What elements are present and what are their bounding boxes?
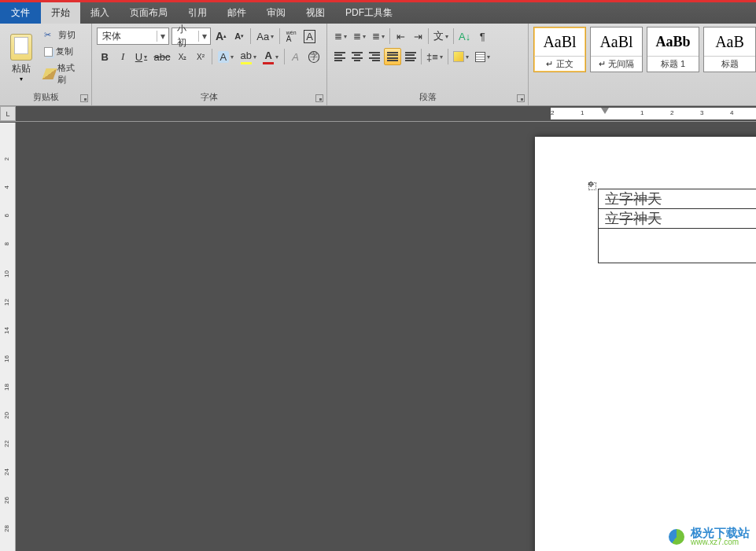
align-right-button[interactable] [367, 48, 382, 65]
font-size-combo[interactable]: 小初 ▾ [171, 28, 211, 45]
style-card-2[interactable]: AaBb 标题 1 [647, 27, 699, 72]
ruler-tick: 4 [730, 109, 733, 116]
italic-button[interactable]: I [115, 48, 131, 65]
clipboard-group-label: 剪贴板 [5, 90, 87, 105]
copy-icon [44, 47, 53, 57]
borders-icon [475, 52, 485, 62]
sort-button[interactable]: A↓ [456, 28, 473, 45]
style-preview: AaBb [647, 28, 699, 56]
clear-format-button[interactable]: A [288, 48, 304, 65]
table-move-handle[interactable] [588, 182, 596, 190]
table-cell[interactable] [599, 229, 757, 263]
line-spacing-button[interactable]: ‡≡▾ [424, 48, 445, 65]
table-row[interactable]: 立字神天 [599, 189, 757, 209]
styles-gallery[interactable]: AaBl ↵ 正文 AaBl ↵ 无间隔 AaBb 标题 1 AaB 标题 [533, 26, 756, 101]
style-name: ↵ 无间隔 [591, 56, 642, 72]
align-distributed-button[interactable] [403, 48, 419, 65]
style-preview: AaBl [534, 28, 585, 56]
subscript-button[interactable]: X₂ [175, 48, 190, 65]
format-painter-button[interactable]: 格式刷 [41, 61, 87, 87]
page[interactable]: 立字神天 立字神天 [535, 137, 756, 551]
multilevel-list-button[interactable]: ≣▾ [370, 28, 387, 45]
table-cell[interactable]: 立字神天 [599, 209, 757, 229]
sort-icon: A↓ [459, 31, 470, 42]
paragraph-dialog-launcher[interactable] [517, 94, 525, 102]
group-clipboard: 粘贴 ▾ ✂ 剪切 复制 格式刷 剪贴板 [0, 24, 92, 105]
number-list-button[interactable]: ≣▾ [351, 28, 368, 45]
style-card-3[interactable]: AaB 标题 [703, 27, 756, 72]
font-color-button[interactable]: A▾ [261, 48, 281, 65]
char-border-button[interactable]: A [301, 28, 318, 45]
numbering-icon: ≣ [353, 31, 361, 41]
chevron-down-icon: ▾ [20, 75, 23, 83]
style-name: 标题 [704, 56, 755, 72]
table-cell[interactable]: 立字神天 [599, 189, 757, 209]
show-marks-button[interactable]: ¶ [474, 28, 490, 45]
style-card-0[interactable]: AaBl ↵ 正文 [533, 27, 586, 72]
shrink-font-button[interactable]: A▾ [231, 28, 247, 45]
grow-font-button[interactable]: A▴ [213, 28, 229, 45]
ruler-tick: 4 [3, 186, 10, 189]
clipboard-dialog-launcher[interactable] [80, 94, 88, 102]
outdent-icon: ⇤ [396, 31, 405, 42]
cut-button[interactable]: ✂ 剪切 [41, 28, 87, 42]
bullet-list-button[interactable]: ≣▾ [332, 28, 349, 45]
strikethrough-button[interactable]: abc [152, 48, 172, 65]
char-shading-button[interactable]: A▾ [216, 48, 236, 65]
vertical-ruler[interactable]: 24681012141618202224262830 [0, 123, 16, 551]
enclose-char-button[interactable]: 字 [306, 48, 322, 65]
table-row[interactable] [599, 229, 757, 263]
brush-icon [42, 68, 57, 79]
bold-button[interactable]: B [97, 48, 112, 65]
tab-references[interactable]: 引用 [178, 2, 217, 24]
text-direction-button[interactable]: 文▾ [431, 28, 451, 45]
document-canvas[interactable]: 立字神天 立字神天 [16, 123, 756, 551]
separator [284, 49, 285, 64]
menu-bar: 文件 开始 插入 页面布局 引用 邮件 审阅 视图 PDF工具集 [0, 2, 756, 24]
bullets-icon: ≣ [334, 31, 342, 41]
separator [428, 28, 429, 44]
ruler-tick: 10 [3, 270, 10, 277]
tab-page-layout[interactable]: 页面布局 [120, 2, 178, 24]
tab-pdf-tools[interactable]: PDF工具集 [335, 2, 403, 24]
tab-insert[interactable]: 插入 [80, 2, 120, 24]
separator [250, 28, 251, 44]
indent-marker[interactable] [601, 108, 609, 114]
chevron-down-icon[interactable]: ▾ [157, 31, 168, 42]
tab-mail[interactable]: 邮件 [217, 2, 256, 24]
ruler-tick: 24 [3, 468, 10, 476]
tab-view[interactable]: 视图 [296, 2, 335, 24]
align-justify-button[interactable] [384, 48, 401, 65]
align-center-button[interactable] [349, 48, 365, 65]
font-name-combo[interactable]: 宋体 ▾ [97, 28, 169, 45]
tab-file[interactable]: 文件 [0, 2, 41, 24]
horizontal-ruler[interactable]: 2112345 [16, 106, 756, 121]
align-left-button[interactable] [332, 48, 348, 65]
highlight-button[interactable]: ab▾ [238, 48, 259, 65]
shading-button[interactable]: ▾ [451, 48, 471, 65]
borders-button[interactable]: ▾ [473, 48, 492, 65]
increase-indent-button[interactable]: ⇥ [410, 28, 426, 45]
font-dialog-launcher[interactable] [315, 94, 323, 102]
superscript-button[interactable]: X² [193, 48, 208, 65]
change-case-button[interactable]: Aa▾ [254, 28, 276, 45]
paste-button[interactable]: 粘贴 ▾ [5, 26, 38, 90]
underline-button[interactable]: U▾ [133, 48, 149, 65]
align-distributed-icon [405, 52, 416, 61]
indent-icon: ⇥ [414, 31, 422, 42]
line-spacing-icon: ‡≡ [426, 51, 438, 63]
chevron-down-icon[interactable]: ▾ [198, 31, 210, 42]
phonetic-guide-button[interactable]: wénA [283, 28, 299, 45]
style-card-1[interactable]: AaBl ↵ 无间隔 [590, 27, 643, 72]
tab-home[interactable]: 开始 [41, 2, 80, 24]
tab-review[interactable]: 审阅 [256, 2, 296, 24]
document-table[interactable]: 立字神天 立字神天 [598, 189, 756, 263]
tab-selector[interactable]: L [0, 106, 16, 121]
copy-button[interactable]: 复制 [41, 44, 87, 59]
ruler-tick: 2 [670, 109, 673, 116]
ruler-tick: 12 [3, 299, 10, 306]
ruler-tick: 14 [3, 327, 10, 334]
ruler-tick: 6 [3, 214, 10, 217]
table-row[interactable]: 立字神天 [599, 209, 757, 229]
decrease-indent-button[interactable]: ⇤ [393, 28, 408, 45]
